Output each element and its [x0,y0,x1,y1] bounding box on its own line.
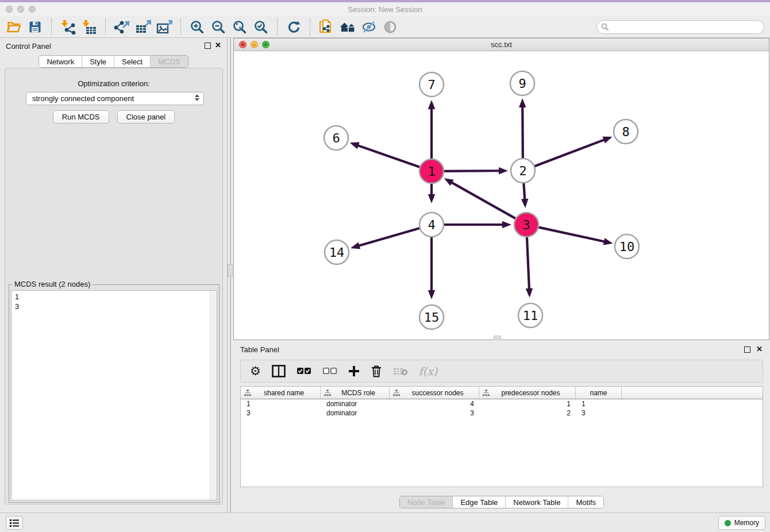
graph-node-11[interactable]: 11 [518,303,542,327]
float-table-panel-icon[interactable] [744,346,750,353]
table-cell[interactable]: 1 [479,400,576,408]
column-header-name[interactable]: name [576,387,622,399]
graph-edge-1-2[interactable] [444,167,508,174]
split-columns-icon[interactable] [272,364,286,379]
graph-edge-1-6[interactable] [350,142,420,167]
open-folder-icon[interactable] [6,19,22,35]
graph-edge-4-14[interactable] [351,228,419,249]
column-header-predecessor-nodes[interactable]: predecessor nodes [479,387,576,399]
function-builder-icon[interactable]: f(x) [419,364,438,379]
control-panel-title: Control Panel [6,42,51,51]
graph-edge-1-7[interactable] [428,100,436,159]
graph-node-4[interactable]: 4 [419,213,444,237]
svg-text:7: 7 [428,78,435,92]
clone-network-icon[interactable] [318,19,334,35]
table-cell[interactable]: dominator [321,400,390,408]
column-header-mcds-role[interactable]: MCDS role [321,387,390,399]
svg-text:15: 15 [424,310,440,325]
table-cell[interactable]: 2 [479,409,576,417]
delete-icon[interactable] [371,364,382,379]
task-history-button[interactable] [6,516,23,530]
mcds-result-textarea[interactable]: 1 3 [11,290,217,500]
export-network-icon[interactable] [114,19,130,35]
deselect-all-icon[interactable] [322,364,337,379]
toolbar-separator [310,18,310,36]
show-all-networks-icon[interactable] [340,19,356,35]
graph-edge-1-4[interactable] [428,184,436,203]
zoom-in-icon[interactable] [189,19,205,35]
status-bar: Memory [0,512,770,532]
graph-edge-3-1[interactable] [444,178,515,218]
tab-select[interactable]: Select [114,56,150,67]
tab-edge-table[interactable]: Edge Table [452,496,505,508]
graph-node-9[interactable]: 9 [510,71,534,95]
graph-edge-2-9[interactable] [519,98,526,158]
tab-mcds[interactable]: MCDS [150,56,187,67]
float-panel-icon[interactable] [205,43,211,49]
table-cell[interactable]: 3 [390,409,479,417]
run-mcds-button[interactable]: Run MCDS [53,110,109,124]
graph-node-7[interactable]: 7 [419,72,444,97]
table-cell[interactable]: 1 [241,400,321,408]
export-table-icon[interactable] [135,19,151,35]
tab-network[interactable]: Network [39,56,82,67]
table-cell[interactable]: 4 [390,400,479,408]
graph-node-3[interactable]: 3 [514,213,538,237]
graph-node-8[interactable]: 8 [614,119,638,144]
svg-text:14: 14 [329,245,345,260]
close-panel-button[interactable]: Close panel [117,110,175,124]
svg-text:2: 2 [519,164,526,178]
visibility-icon[interactable] [382,19,398,35]
titlebar: Session: New Session [0,2,770,16]
node-table: shared name MCDS role successor nodes pr… [240,386,763,487]
export-image-icon[interactable] [156,19,172,35]
toolbar-separator [277,18,278,36]
graph-edge-4-15[interactable] [428,237,436,299]
close-panel-icon[interactable]: ✕ [215,41,221,49]
delete-table-icon[interactable] [393,364,408,379]
table-cell[interactable]: 3 [576,409,622,417]
import-network-icon[interactable] [60,19,76,35]
gear-icon[interactable]: ⚙ [250,364,261,379]
zoom-fit-icon[interactable] [232,19,248,35]
hide-panels-icon[interactable] [361,19,377,35]
network-canvas[interactable]: 7968124314101511 [234,51,769,340]
table-cell[interactable]: 1 [576,400,622,408]
graph-edge-2-8[interactable] [535,137,613,166]
tab-motifs[interactable]: Motifs [568,496,603,508]
graph-node-2[interactable]: 2 [511,159,535,183]
table-row[interactable]: 1dominator411 [241,399,763,408]
column-header-successor-nodes[interactable]: successor nodes [390,387,479,399]
close-table-panel-icon[interactable]: ✕ [756,345,763,353]
result-scrollbar[interactable] [210,291,217,500]
horizontal-splitter-handle[interactable] [494,336,501,340]
graph-node-1[interactable]: 1 [419,159,444,183]
optimization-criterion-select[interactable]: strongly connected component [26,92,204,105]
graph-node-14[interactable]: 14 [325,240,349,264]
tab-network-table[interactable]: Network Table [505,496,568,508]
graph-edge-4-3[interactable] [444,221,511,229]
import-table-icon[interactable] [81,19,97,35]
table-cell[interactable]: 3 [241,409,321,417]
zoom-selected-icon[interactable] [253,19,269,35]
table-row[interactable]: 3dominator323 [241,408,763,418]
graph-edge-3-10[interactable] [538,228,613,245]
graph-node-10[interactable]: 10 [615,234,639,259]
main-toolbar [0,16,770,38]
table-cell[interactable]: dominator [321,409,390,417]
graph-node-6[interactable]: 6 [324,126,348,150]
column-header-shared-name[interactable]: shared name [241,387,321,399]
tab-node-table[interactable]: Node Table [400,496,453,508]
vertical-splitter-handle[interactable] [228,264,233,277]
graph-edge-3-11[interactable] [526,237,533,298]
zoom-out-icon[interactable] [210,19,226,35]
graph-node-15[interactable]: 15 [419,305,444,329]
memory-button[interactable]: Memory [718,516,765,530]
select-all-icon[interactable] [297,364,311,379]
graph-edge-2-3[interactable] [521,183,528,208]
search-input[interactable] [596,20,764,34]
add-column-icon[interactable] [348,364,360,379]
tab-style[interactable]: Style [82,56,114,67]
save-icon[interactable] [27,19,43,35]
refresh-icon[interactable] [286,19,302,35]
